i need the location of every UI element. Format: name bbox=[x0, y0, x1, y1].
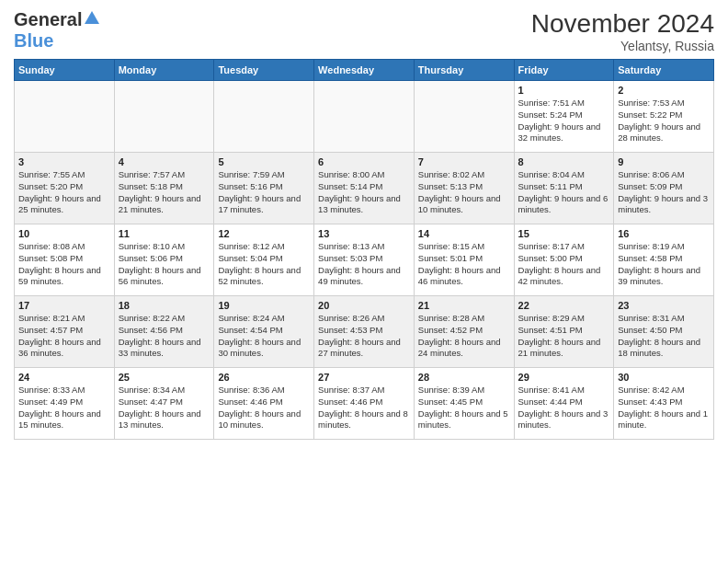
day-number: 7 bbox=[418, 156, 510, 167]
day-info: Sunrise: 8:29 AM Sunset: 4:51 PM Dayligh… bbox=[518, 313, 610, 360]
day-cell bbox=[414, 81, 514, 153]
day-cell bbox=[114, 81, 214, 153]
day-number: 27 bbox=[318, 372, 410, 383]
day-cell: 20Sunrise: 8:26 AM Sunset: 4:53 PM Dayli… bbox=[314, 296, 415, 368]
day-cell: 11Sunrise: 8:10 AM Sunset: 5:06 PM Dayli… bbox=[114, 224, 214, 296]
col-header-thursday: Thursday bbox=[414, 60, 514, 81]
day-cell: 22Sunrise: 8:29 AM Sunset: 4:51 PM Dayli… bbox=[514, 296, 614, 368]
day-number: 26 bbox=[218, 372, 310, 383]
day-info: Sunrise: 8:04 AM Sunset: 5:11 PM Dayligh… bbox=[518, 169, 610, 216]
day-number: 6 bbox=[318, 156, 410, 167]
day-cell: 6Sunrise: 8:00 AM Sunset: 5:14 PM Daylig… bbox=[314, 153, 415, 224]
calendar-body: 1Sunrise: 7:51 AM Sunset: 5:24 PM Daylig… bbox=[15, 81, 714, 440]
day-cell: 29Sunrise: 8:41 AM Sunset: 4:44 PM Dayli… bbox=[514, 368, 614, 440]
day-cell: 9Sunrise: 8:06 AM Sunset: 5:09 PM Daylig… bbox=[614, 153, 714, 224]
day-info: Sunrise: 8:26 AM Sunset: 4:53 PM Dayligh… bbox=[318, 313, 410, 360]
day-cell: 23Sunrise: 8:31 AM Sunset: 4:50 PM Dayli… bbox=[614, 296, 714, 368]
day-cell: 25Sunrise: 8:34 AM Sunset: 4:47 PM Dayli… bbox=[114, 368, 214, 440]
day-number: 18 bbox=[119, 300, 210, 311]
day-number: 3 bbox=[18, 156, 110, 167]
day-number: 16 bbox=[618, 228, 710, 239]
calendar-header: SundayMondayTuesdayWednesdayThursdayFrid… bbox=[15, 60, 714, 81]
logo-blue: Blue bbox=[14, 30, 53, 51]
day-info: Sunrise: 8:15 AM Sunset: 5:01 PM Dayligh… bbox=[418, 241, 510, 288]
day-cell: 19Sunrise: 8:24 AM Sunset: 4:54 PM Dayli… bbox=[214, 296, 314, 368]
day-cell: 16Sunrise: 8:19 AM Sunset: 4:58 PM Dayli… bbox=[614, 224, 714, 296]
day-number: 5 bbox=[218, 156, 310, 167]
day-number: 14 bbox=[418, 228, 510, 239]
day-number: 20 bbox=[318, 300, 410, 311]
day-info: Sunrise: 7:57 AM Sunset: 5:18 PM Dayligh… bbox=[119, 169, 210, 216]
day-number: 15 bbox=[518, 228, 610, 239]
day-info: Sunrise: 8:21 AM Sunset: 4:57 PM Dayligh… bbox=[18, 313, 110, 360]
day-cell: 2Sunrise: 7:53 AM Sunset: 5:22 PM Daylig… bbox=[614, 81, 714, 153]
day-info: Sunrise: 8:00 AM Sunset: 5:14 PM Dayligh… bbox=[318, 169, 410, 216]
week-row-4: 17Sunrise: 8:21 AM Sunset: 4:57 PM Dayli… bbox=[15, 296, 714, 368]
day-number: 2 bbox=[618, 85, 710, 96]
week-row-2: 3Sunrise: 7:55 AM Sunset: 5:20 PM Daylig… bbox=[15, 153, 714, 224]
week-row-1: 1Sunrise: 7:51 AM Sunset: 5:24 PM Daylig… bbox=[15, 81, 714, 153]
svg-marker-0 bbox=[85, 11, 99, 24]
day-info: Sunrise: 8:33 AM Sunset: 4:49 PM Dayligh… bbox=[18, 385, 110, 431]
day-number: 28 bbox=[418, 372, 510, 383]
day-cell: 3Sunrise: 7:55 AM Sunset: 5:20 PM Daylig… bbox=[15, 153, 115, 224]
day-number: 12 bbox=[218, 228, 310, 239]
day-cell: 18Sunrise: 8:22 AM Sunset: 4:56 PM Dayli… bbox=[114, 296, 214, 368]
col-header-saturday: Saturday bbox=[614, 60, 714, 81]
day-info: Sunrise: 8:37 AM Sunset: 4:46 PM Dayligh… bbox=[318, 385, 410, 431]
day-info: Sunrise: 7:51 AM Sunset: 5:24 PM Dayligh… bbox=[518, 98, 610, 144]
page: General Blue November 2024 Yelantsy, Rus… bbox=[0, 0, 728, 563]
col-header-sunday: Sunday bbox=[15, 60, 115, 81]
col-header-wednesday: Wednesday bbox=[314, 60, 415, 81]
day-cell bbox=[314, 81, 415, 153]
day-info: Sunrise: 8:06 AM Sunset: 5:09 PM Dayligh… bbox=[618, 169, 710, 216]
day-info: Sunrise: 8:36 AM Sunset: 4:46 PM Dayligh… bbox=[218, 385, 310, 431]
week-row-5: 24Sunrise: 8:33 AM Sunset: 4:49 PM Dayli… bbox=[15, 368, 714, 440]
day-number: 4 bbox=[119, 156, 210, 167]
page-subtitle: Yelantsy, Russia bbox=[531, 39, 714, 53]
day-info: Sunrise: 7:55 AM Sunset: 5:20 PM Dayligh… bbox=[18, 169, 110, 216]
day-info: Sunrise: 8:42 AM Sunset: 4:43 PM Dayligh… bbox=[618, 385, 710, 431]
day-cell: 10Sunrise: 8:08 AM Sunset: 5:08 PM Dayli… bbox=[15, 224, 115, 296]
day-info: Sunrise: 7:59 AM Sunset: 5:16 PM Dayligh… bbox=[218, 169, 310, 216]
title-block: November 2024 Yelantsy, Russia bbox=[531, 9, 714, 53]
day-number: 24 bbox=[18, 372, 110, 383]
day-number: 1 bbox=[518, 85, 610, 96]
day-cell: 15Sunrise: 8:17 AM Sunset: 5:00 PM Dayli… bbox=[514, 224, 614, 296]
day-info: Sunrise: 8:39 AM Sunset: 4:45 PM Dayligh… bbox=[418, 385, 510, 431]
day-number: 25 bbox=[119, 372, 210, 383]
day-cell: 4Sunrise: 7:57 AM Sunset: 5:18 PM Daylig… bbox=[114, 153, 214, 224]
day-number: 23 bbox=[618, 300, 710, 311]
day-number: 11 bbox=[119, 228, 210, 239]
day-number: 21 bbox=[418, 300, 510, 311]
day-cell: 17Sunrise: 8:21 AM Sunset: 4:57 PM Dayli… bbox=[15, 296, 115, 368]
day-number: 22 bbox=[518, 300, 610, 311]
col-header-tuesday: Tuesday bbox=[214, 60, 314, 81]
day-cell: 12Sunrise: 8:12 AM Sunset: 5:04 PM Dayli… bbox=[214, 224, 314, 296]
day-cell: 21Sunrise: 8:28 AM Sunset: 4:52 PM Dayli… bbox=[414, 296, 514, 368]
day-cell: 30Sunrise: 8:42 AM Sunset: 4:43 PM Dayli… bbox=[614, 368, 714, 440]
day-info: Sunrise: 8:17 AM Sunset: 5:00 PM Dayligh… bbox=[518, 241, 610, 288]
day-cell: 24Sunrise: 8:33 AM Sunset: 4:49 PM Dayli… bbox=[15, 368, 115, 440]
page-title: November 2024 bbox=[531, 9, 714, 39]
header: General Blue November 2024 Yelantsy, Rus… bbox=[14, 9, 714, 53]
day-info: Sunrise: 8:13 AM Sunset: 5:03 PM Dayligh… bbox=[318, 241, 410, 288]
day-info: Sunrise: 8:08 AM Sunset: 5:08 PM Dayligh… bbox=[18, 241, 110, 288]
day-cell: 5Sunrise: 7:59 AM Sunset: 5:16 PM Daylig… bbox=[214, 153, 314, 224]
day-info: Sunrise: 8:41 AM Sunset: 4:44 PM Dayligh… bbox=[518, 385, 610, 431]
day-number: 8 bbox=[518, 156, 610, 167]
day-number: 9 bbox=[618, 156, 710, 167]
day-cell bbox=[15, 81, 115, 153]
col-header-friday: Friday bbox=[514, 60, 614, 81]
day-cell: 28Sunrise: 8:39 AM Sunset: 4:45 PM Dayli… bbox=[414, 368, 514, 440]
col-header-monday: Monday bbox=[114, 60, 214, 81]
day-info: Sunrise: 8:28 AM Sunset: 4:52 PM Dayligh… bbox=[418, 313, 510, 360]
day-info: Sunrise: 8:22 AM Sunset: 4:56 PM Dayligh… bbox=[119, 313, 210, 360]
day-cell: 7Sunrise: 8:02 AM Sunset: 5:13 PM Daylig… bbox=[414, 153, 514, 224]
day-number: 19 bbox=[218, 300, 310, 311]
day-info: Sunrise: 8:10 AM Sunset: 5:06 PM Dayligh… bbox=[119, 241, 210, 288]
day-cell: 14Sunrise: 8:15 AM Sunset: 5:01 PM Dayli… bbox=[414, 224, 514, 296]
day-info: Sunrise: 8:24 AM Sunset: 4:54 PM Dayligh… bbox=[218, 313, 310, 360]
week-row-3: 10Sunrise: 8:08 AM Sunset: 5:08 PM Dayli… bbox=[15, 224, 714, 296]
day-info: Sunrise: 8:12 AM Sunset: 5:04 PM Dayligh… bbox=[218, 241, 310, 288]
